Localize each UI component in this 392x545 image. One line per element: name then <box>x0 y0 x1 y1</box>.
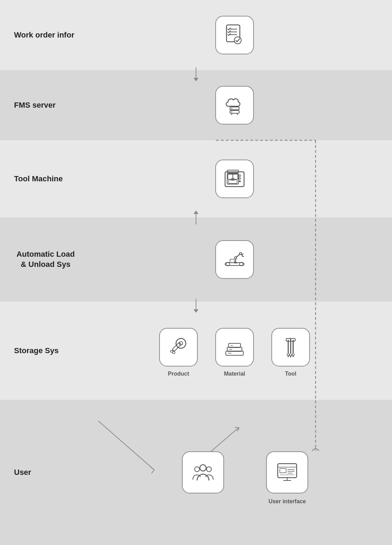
user-interface-icon-box <box>266 451 308 493</box>
auto-load-content <box>77 217 392 302</box>
svg-point-55 <box>195 467 200 472</box>
svg-rect-57 <box>278 464 297 478</box>
auto-load-label: Automatic Load & Unload Sys <box>0 249 77 269</box>
material-icon <box>222 335 247 359</box>
user-items-row: User interface <box>182 451 308 493</box>
storage-section: Storage Sys Product <box>0 302 392 400</box>
arrow-work-order-to-fms <box>194 67 198 81</box>
tool-machine-content <box>77 140 392 217</box>
svg-point-16 <box>239 175 241 177</box>
user-interface-wrapper: User interface <box>266 451 308 493</box>
svg-point-56 <box>207 467 211 472</box>
work-order-content <box>77 0 392 70</box>
material-wrapper: Material <box>215 328 254 366</box>
tool-label: Tool <box>270 371 312 377</box>
svg-line-52 <box>98 421 154 470</box>
product-icon-box <box>159 328 198 366</box>
user-section: User <box>0 400 392 545</box>
material-icon-box <box>215 328 254 366</box>
svg-rect-35 <box>234 262 237 263</box>
svg-point-31 <box>235 257 237 259</box>
svg-point-37 <box>176 338 186 348</box>
product-icon <box>166 335 191 359</box>
fms-server-icon <box>222 93 247 117</box>
svg-rect-59 <box>280 469 286 473</box>
tool-icon <box>278 335 303 359</box>
user-interface-icon <box>275 460 299 485</box>
svg-point-8 <box>231 112 232 113</box>
svg-rect-39 <box>172 342 181 351</box>
svg-point-17 <box>239 178 241 180</box>
fms-server-icon-box <box>215 86 254 125</box>
tool-machine-icon-wrapper <box>215 160 254 198</box>
tool-machine-section: Tool Machine <box>0 140 392 217</box>
user-label: User <box>0 467 77 478</box>
work-order-icon <box>222 23 247 47</box>
tool-wrapper: Tool <box>271 328 310 366</box>
tool-machine-icon <box>222 167 247 191</box>
storage-content: Product Material <box>77 302 392 400</box>
product-wrapper: Product <box>159 328 198 366</box>
svg-point-32 <box>239 253 242 255</box>
svg-point-54 <box>200 465 206 471</box>
product-label: Product <box>157 371 200 377</box>
svg-rect-36 <box>230 259 234 263</box>
auto-load-icon-wrapper <box>215 240 254 279</box>
fms-server-label: FMS server <box>0 100 77 110</box>
fms-server-content <box>77 70 392 140</box>
tool-icon-box <box>271 328 310 366</box>
auto-load-icon <box>222 247 247 272</box>
tool-machine-icon-box <box>215 160 254 198</box>
user-content: User interface <box>77 400 392 545</box>
work-order-section: Work order infor <box>0 0 392 70</box>
work-order-label: Work order infor <box>0 30 77 40</box>
svg-line-33 <box>242 254 243 255</box>
arrow-autoload-to-toolmachine <box>194 210 198 224</box>
tool-machine-label: Tool Machine <box>0 174 77 184</box>
work-order-icon-box <box>215 16 254 54</box>
svg-rect-41 <box>173 352 175 354</box>
fms-server-icon-wrapper <box>215 86 254 125</box>
work-order-icon-wrapper <box>215 16 254 54</box>
svg-point-18 <box>239 181 241 182</box>
auto-load-section: Automatic Load & Unload Sys <box>0 217 392 302</box>
storage-items-row: Product Material <box>159 335 310 366</box>
user-group-wrapper <box>182 451 224 493</box>
user-interface-label: User interface <box>263 498 312 505</box>
arrow-autoload-to-storage <box>194 299 198 313</box>
user-group-icon <box>191 460 215 485</box>
user-group-icon-box <box>182 451 224 493</box>
storage-label: Storage Sys <box>0 346 77 356</box>
svg-point-7 <box>231 108 232 109</box>
auto-load-icon-box <box>215 240 254 279</box>
material-label: Material <box>214 371 256 377</box>
